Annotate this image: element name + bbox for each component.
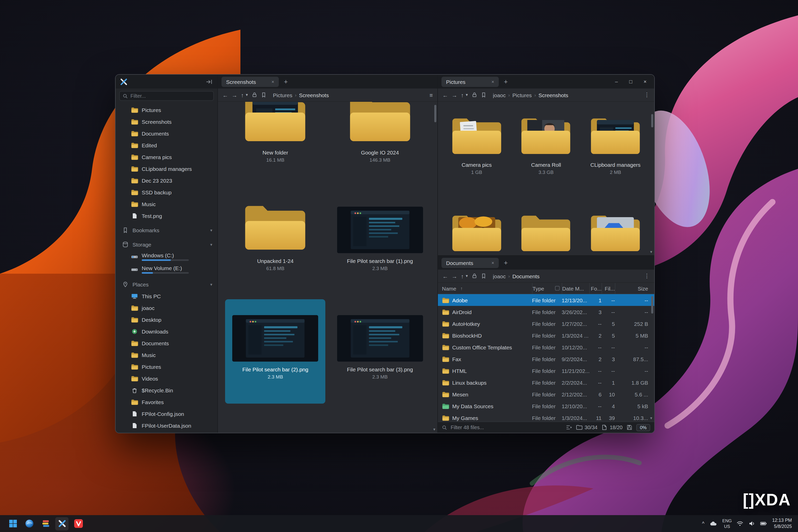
file-item-file-pilot-search-bar-2-png[interactable]: File Pilot search bar (2).png2.3 MB xyxy=(225,299,326,404)
doc-row-html[interactable]: HTML File folder 11/21/202... -- -- -- xyxy=(438,365,654,377)
menu-icon[interactable]: ≡ xyxy=(430,92,433,98)
file-item-unpacked-1-24[interactable]: Unpacked 1-2461.8 MB xyxy=(225,191,326,295)
more-options-icon[interactable]: ⋮ xyxy=(644,92,650,98)
battery-icon[interactable] xyxy=(760,521,767,526)
sidebar-item-music[interactable]: Music xyxy=(116,349,217,361)
more-options-icon[interactable]: ⋮ xyxy=(644,273,650,279)
collapse-sidebar-icon[interactable] xyxy=(206,78,213,85)
forward-icon[interactable]: → xyxy=(232,92,238,98)
doc-row-my-games[interactable]: My Games File folder 1/3/2024... 11 39 1… xyxy=(438,412,654,421)
sidebar-item-music[interactable]: Music xyxy=(116,198,217,210)
new-tab-button[interactable]: + xyxy=(502,259,510,267)
drive-new-volume-e[interactable]: New Volume (E:) xyxy=(116,263,217,276)
scroll-down-icon[interactable]: ▾ xyxy=(649,415,654,421)
scroll-down-icon[interactable]: ▾ xyxy=(649,249,654,255)
back-icon[interactable]: ← xyxy=(442,92,448,98)
sidebar-item-this-pc[interactable]: This PC xyxy=(116,290,217,302)
tab-documents[interactable]: Documents × xyxy=(441,258,499,268)
start-button[interactable] xyxy=(6,517,19,530)
file-item-folder[interactable] xyxy=(582,210,649,255)
bookmark-icon[interactable] xyxy=(480,92,486,98)
file-item-new-folder[interactable]: New folder16.1 MB xyxy=(225,102,326,187)
sidebar-item-downloads[interactable]: Downloads xyxy=(116,325,217,337)
scroll-down-icon[interactable]: ▾ xyxy=(432,426,437,432)
up-icon[interactable]: ↑ xyxy=(461,92,464,98)
flow-toggle-icon[interactable] xyxy=(566,424,572,430)
new-tab-button[interactable]: + xyxy=(282,78,290,86)
drive-windows-c[interactable]: Windows (C:) xyxy=(116,250,217,263)
file-item-clipboard-managers[interactable]: CLipboard managers2 MB xyxy=(582,113,649,206)
file-item-folder[interactable] xyxy=(512,210,580,255)
sidebar-item-pictures[interactable]: Pictures xyxy=(116,361,217,373)
col-header-size[interactable]: Size xyxy=(615,283,654,293)
col-header-folders[interactable]: Fo... xyxy=(589,283,602,293)
sidebar-section-storage[interactable]: Storage ▾ xyxy=(116,239,217,250)
sidebar-item-test-png[interactable]: Test.png xyxy=(116,210,217,222)
sidebar-item-ssd-backup[interactable]: SSD backup xyxy=(116,186,217,198)
sidebar-item-fpilot-session-json[interactable]: FPilot-Session.json xyxy=(116,431,217,433)
doc-row-fax[interactable]: Fax File folder 9/2/2024... 2 3 87.5... xyxy=(438,353,654,365)
doc-row-mesen[interactable]: Mesen File folder 2/12/202... 6 10 5.6 .… xyxy=(438,388,654,400)
history-dropdown-icon[interactable]: ▾ xyxy=(466,274,468,278)
doc-row-bioshockhd[interactable]: BioshockHD File folder 1/3/2024 ... 2 5 … xyxy=(438,329,654,341)
file-item-folder[interactable] xyxy=(443,210,511,255)
save-icon[interactable] xyxy=(626,424,633,430)
language-indicator[interactable]: ENG US xyxy=(722,518,732,529)
file-item-file-pilot-search-bar-1-png[interactable]: File Pilot search bar (1).png2.3 MB xyxy=(330,191,430,295)
taskbar-app-layers[interactable] xyxy=(39,517,52,530)
sidebar-item-pictures[interactable]: Pictures xyxy=(116,104,217,116)
tray-cloud-icon[interactable] xyxy=(709,521,717,526)
file-item-file-pilot-search-bar-3-png[interactable]: File Pilot search bar (3).png2.3 MB xyxy=(330,299,430,404)
sidebar-item-dec-23-2023[interactable]: Dec 23 2023 xyxy=(116,174,217,186)
tab-pictures[interactable]: Pictures × xyxy=(441,76,499,87)
sidebar-item-fpilot-config-json[interactable]: FPilot-Config.json xyxy=(116,408,217,419)
scrollbar-thumb[interactable] xyxy=(651,296,653,314)
file-item-camera-pics[interactable]: Camera pics1 GB xyxy=(443,113,511,206)
breadcrumb-item[interactable]: Screenshots xyxy=(538,92,568,98)
sidebar-item-videos[interactable]: Videos xyxy=(116,373,217,384)
minimize-button[interactable]: – xyxy=(611,79,622,84)
breadcrumb-item[interactable]: joaoc xyxy=(493,273,506,279)
sidebar-section-bookmarks[interactable]: Bookmarks ▾ xyxy=(116,225,217,236)
col-header-name[interactable]: Name↑ xyxy=(438,283,532,293)
doc-row-my-data-sources[interactable]: My Data Sources File folder 12/10/20... … xyxy=(438,400,654,412)
tray-chevron-icon[interactable]: ^ xyxy=(702,521,704,526)
status-filter-input[interactable]: Filter 48 files... xyxy=(451,424,484,430)
breadcrumb-item[interactable]: joaoc xyxy=(493,92,506,98)
lock-icon[interactable] xyxy=(251,92,257,98)
close-button[interactable]: × xyxy=(640,79,651,84)
history-dropdown-icon[interactable]: ▾ xyxy=(466,93,468,97)
breadcrumb-item[interactable]: Pictures xyxy=(273,92,292,98)
sidebar-item-documents[interactable]: Documents xyxy=(116,127,217,139)
sidebar-item-screenshots[interactable]: Screenshots xyxy=(116,116,217,127)
forward-icon[interactable]: → xyxy=(452,273,457,279)
file-item-camera-roll[interactable]: Camera Roll3.3 GB xyxy=(512,113,580,206)
tab-screenshots[interactable]: Screenshots × xyxy=(222,76,279,87)
volume-icon[interactable] xyxy=(749,521,755,526)
back-icon[interactable]: ← xyxy=(223,92,228,98)
tab-close-icon[interactable]: × xyxy=(271,79,274,84)
bookmark-icon[interactable] xyxy=(261,92,266,98)
sidebar-item-documents[interactable]: Documents xyxy=(116,337,217,349)
taskbar-app-browser[interactable] xyxy=(22,517,36,530)
sidebar-item-edited[interactable]: Edited xyxy=(116,139,217,151)
forward-icon[interactable]: → xyxy=(452,92,457,98)
maximize-button[interactable]: □ xyxy=(625,79,636,84)
breadcrumb-item[interactable]: Documents xyxy=(512,273,539,279)
sidebar-section-places[interactable]: Places ▾ xyxy=(116,279,217,290)
scrollbar-thumb[interactable] xyxy=(434,105,436,122)
sidebar-item-clipboard-managers[interactable]: CLipboard managers xyxy=(116,163,217,174)
back-icon[interactable]: ← xyxy=(442,273,448,279)
taskbar-app-vivaldi[interactable] xyxy=(72,517,85,530)
sidebar-item-recycle-bin[interactable]: $Recycle.Bin xyxy=(116,384,217,396)
doc-row-adobe[interactable]: Adobe File folder 12/13/20... 1 -- -- xyxy=(438,294,654,306)
tab-close-icon[interactable]: × xyxy=(491,79,494,84)
sidebar-item-desktop[interactable]: Desktop xyxy=(116,314,217,325)
doc-row-custom-office-templates[interactable]: Custom Office Templates File folder 10/1… xyxy=(438,341,654,353)
file-item-google-io-2024[interactable]: Google IO 2024146.3 MB xyxy=(330,102,430,187)
up-icon[interactable]: ↑ xyxy=(461,273,464,279)
sidebar-item-favorites[interactable]: Favorites xyxy=(116,396,217,408)
col-header-type[interactable]: Type xyxy=(532,283,562,293)
tab-close-icon[interactable]: × xyxy=(491,260,494,265)
column-filter-box[interactable] xyxy=(555,286,559,290)
